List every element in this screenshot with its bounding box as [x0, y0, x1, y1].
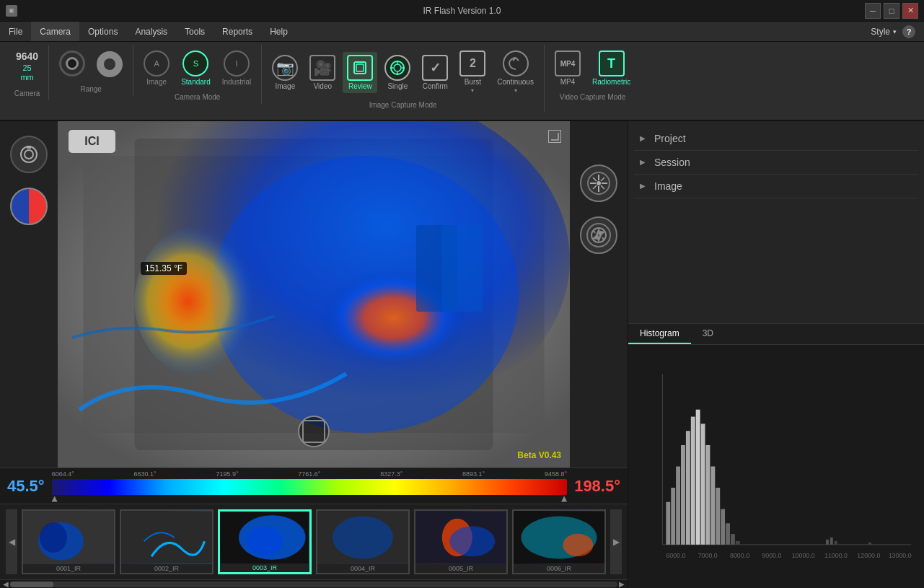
- svg-rect-57: [701, 424, 705, 544]
- burst-chevron-icon: ▾: [471, 87, 474, 94]
- toolbar: 9640 25mm Camera Range: [0, 42, 924, 121]
- temp-label: 151.35 °F: [141, 262, 187, 275]
- svg-rect-54: [686, 431, 690, 545]
- compass-button[interactable]: [580, 164, 617, 202]
- tree-item-project[interactable]: ▶ Project: [628, 127, 924, 150]
- colorbar-area: 45.5° 6064.4° 6630.1° 7195.9° 7761.6° 83…: [0, 468, 628, 504]
- camera-controls-left: [0, 121, 58, 468]
- thumbnail-0006[interactable]: 0006_IR: [512, 509, 606, 574]
- window-controls[interactable]: ─ □ ✕: [865, 3, 918, 19]
- project-arrow-icon: ▶: [640, 134, 648, 143]
- colorbar-ticks: 6064.4° 6630.1° 7195.9° 7761.6° 8327.3° …: [52, 470, 568, 478]
- capture-confirm-btn[interactable]: ✓ Confirm: [418, 52, 452, 93]
- style-area: Style ▾ ?: [871, 25, 924, 38]
- thumbnail-0001[interactable]: 0001_IR: [22, 509, 115, 574]
- thumb-0001-label: 0001_IR: [23, 564, 114, 573]
- expand-button[interactable]: [548, 130, 561, 143]
- menu-analysis[interactable]: Analysis: [126, 22, 176, 41]
- continuous-icon: [503, 51, 529, 76]
- session-label: Session: [654, 157, 690, 168]
- capture-overlay-button[interactable]: [298, 416, 330, 447]
- menu-help[interactable]: Help: [261, 22, 296, 41]
- image-capture-items: 📷 Image 🎥 Video Review Single ✓: [268, 45, 538, 100]
- svg-text:12000.0: 12000.0: [857, 552, 880, 559]
- 3d-tab[interactable]: 3D: [691, 324, 725, 344]
- color-toggle-button[interactable]: [10, 188, 48, 225]
- svg-rect-55: [691, 417, 695, 545]
- tick-3: 7761.6°: [298, 470, 320, 478]
- image-arrow-icon: ▶: [640, 182, 648, 190]
- scroll-right-arrow[interactable]: ▶: [617, 580, 626, 589]
- tree-item-image[interactable]: ▶ Image: [628, 175, 924, 198]
- bottom-scrollbar[interactable]: ◀ ▶: [0, 579, 628, 588]
- capture-review-btn[interactable]: Review: [343, 52, 377, 93]
- histogram-content: 6000.0 7000.0 8000.0 9000.0 10000.0 1100…: [628, 345, 924, 588]
- toolbar-range-group: Range: [49, 45, 133, 96]
- camera-num-btn[interactable]: 9640 25mm: [12, 48, 43, 85]
- capture-single-btn[interactable]: Single: [380, 52, 415, 93]
- capture-image-btn[interactable]: 📷 Image: [268, 52, 302, 93]
- histogram-tab[interactable]: Histogram: [628, 324, 691, 344]
- capture-continuous-btn[interactable]: Continuous ▾: [493, 48, 538, 97]
- thumbnails-area: ◀ 0001_IR 0002_IR 0003_IR: [0, 504, 628, 579]
- svg-point-29: [597, 181, 601, 185]
- shutter-button[interactable]: [580, 216, 617, 254]
- scroll-left-arrow[interactable]: ◀: [1, 580, 10, 589]
- standard-icon: S: [182, 51, 208, 76]
- camera-mm: 25mm: [20, 63, 33, 82]
- menu-file[interactable]: File: [0, 22, 31, 41]
- scroll-right-button[interactable]: ▶: [610, 509, 622, 574]
- menu-options[interactable]: Options: [79, 22, 126, 41]
- scroll-thumb[interactable]: [10, 582, 53, 587]
- menu-camera[interactable]: Camera: [31, 22, 79, 41]
- svg-rect-19: [442, 225, 483, 312]
- help-button[interactable]: ?: [902, 25, 915, 38]
- scroll-left-button[interactable]: ◀: [6, 509, 17, 574]
- range-dark-icon: [59, 51, 85, 76]
- tree-item-session[interactable]: ▶ Session: [628, 151, 924, 174]
- minimize-button[interactable]: ─: [865, 3, 881, 19]
- close-button[interactable]: ✕: [902, 3, 918, 19]
- temp-min-label: 45.5°: [7, 477, 45, 496]
- colorbar-gradient: [52, 479, 568, 495]
- maximize-button[interactable]: □: [884, 3, 899, 19]
- video-radiometric-btn[interactable]: T Radiometric: [588, 48, 635, 89]
- range-light-btn[interactable]: [92, 48, 127, 80]
- ici-logo: ICI: [69, 130, 115, 153]
- svg-point-34: [40, 522, 67, 553]
- menu-reports[interactable]: Reports: [214, 22, 261, 41]
- thumbnail-0005[interactable]: 0005_IR: [414, 509, 508, 574]
- capture-image-label: Image: [275, 82, 295, 90]
- thumb-0004-label: 0004_IR: [317, 564, 408, 573]
- camera-group-label: Camera: [14, 89, 40, 97]
- confirm-icon: ✓: [422, 55, 448, 81]
- mode-industrial-label: Industrial: [222, 78, 252, 86]
- toolbar-camera-group: 9640 25mm Camera: [6, 45, 49, 100]
- mode-auto-btn[interactable]: A Image: [139, 48, 174, 89]
- camera-image-container[interactable]: ICI 151.35 °F Beta V0.43: [58, 121, 570, 468]
- scroll-track[interactable]: [10, 582, 617, 587]
- svg-point-40: [333, 517, 393, 559]
- camera-image: ICI 151.35 °F Beta V0.43: [58, 121, 570, 468]
- svg-rect-10: [27, 146, 31, 149]
- range-dark-btn[interactable]: [55, 48, 89, 81]
- svg-rect-59: [710, 467, 715, 545]
- menu-tools[interactable]: Tools: [176, 22, 214, 41]
- video-capture-mode-label: Video Capture Mode: [560, 93, 626, 101]
- video-mp4-btn[interactable]: MP4 MP4: [550, 48, 585, 89]
- style-dropdown[interactable]: Style ▾: [871, 27, 897, 37]
- svg-text:6000.0: 6000.0: [666, 552, 685, 559]
- snapshot-button[interactable]: [10, 136, 48, 173]
- capture-video-btn[interactable]: 🎥 Video: [305, 52, 340, 93]
- capture-burst-btn[interactable]: 2 Burst ▾: [455, 48, 490, 97]
- thumb-0001-img: [23, 511, 114, 564]
- svg-rect-53: [681, 445, 685, 545]
- svg-text:7000.0: 7000.0: [698, 552, 718, 559]
- thumbnail-0004[interactable]: 0004_IR: [316, 509, 410, 574]
- mode-standard-btn[interactable]: S Standard: [177, 48, 215, 89]
- single-label: Single: [387, 82, 408, 90]
- mode-industrial-btn[interactable]: I Industrial: [218, 48, 256, 89]
- thumbnail-0003[interactable]: 0003_IR: [218, 509, 312, 574]
- thumbnail-0002[interactable]: 0002_IR: [120, 509, 214, 574]
- tree-panel: ▶ Project ▶ Session ▶ Image: [628, 121, 924, 323]
